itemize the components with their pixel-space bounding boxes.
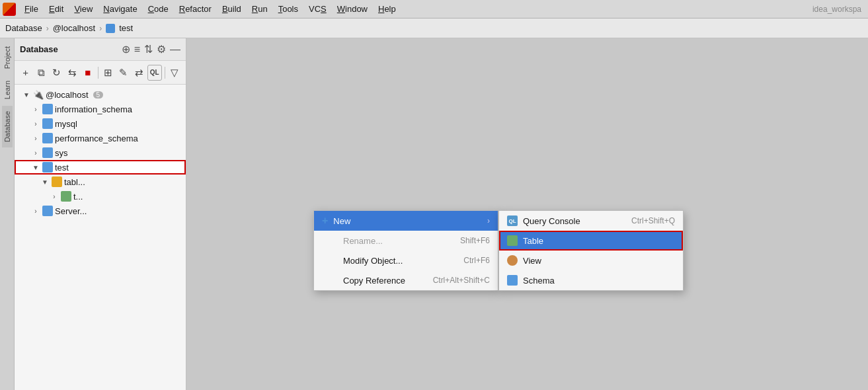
ctx-item-rename[interactable]: Rename... Shift+F6 <box>314 231 498 251</box>
ctx-shortcut-copy-ref: Ctrl+Alt+Shift+C <box>433 276 490 285</box>
tree-schema-icon-info <box>42 104 53 114</box>
ctx-label-new: New <box>333 216 482 226</box>
tree-label-mysql: mysql <box>55 119 77 129</box>
minimize-icon[interactable]: — <box>170 44 180 56</box>
sub-label-query-console: Query Console <box>523 216 626 226</box>
tree-schema-icon-perf <box>42 133 53 143</box>
tb-compare-btn[interactable]: ⇆ <box>65 65 80 81</box>
add-datasource-icon[interactable]: ⊕ <box>122 43 130 56</box>
menu-tools[interactable]: Tools <box>274 3 303 15</box>
sidebar-tab-database[interactable]: Database <box>2 106 13 147</box>
right-area: + New › Rename... Shift+F6 Modify Object… <box>186 38 868 390</box>
tree-item-sys[interactable]: › sys <box>15 145 186 160</box>
ctx-item-new[interactable]: + New › <box>314 211 498 231</box>
breadcrumb-sep-1: › <box>46 24 49 33</box>
breadcrumb-localhost[interactable]: @localhost <box>53 23 96 33</box>
tree-label-localhost: @localhost <box>46 90 89 100</box>
sub-item-query-console[interactable]: QL Query Console Ctrl+Shift+Q <box>499 211 683 231</box>
tree-schema-icon-sys <box>42 147 53 158</box>
breadcrumb-db-icon <box>106 24 115 33</box>
menu-bar: File Edit View Navigate Code Refactor Bu… <box>0 0 868 19</box>
submenu: QL Query Console Ctrl+Shift+Q Table View… <box>498 210 684 291</box>
tree-conn-icon: 🔌 <box>33 90 44 100</box>
panel-title: Database <box>20 44 58 54</box>
tree-schema-icon-test <box>42 162 53 173</box>
ctx-shortcut-rename: Shift+F6 <box>460 236 490 245</box>
tree-item-information-schema[interactable]: › information_schema <box>15 102 186 116</box>
menu-help[interactable]: Help <box>374 3 401 15</box>
tb-divider-1 <box>98 67 99 79</box>
side-tabs: Project Learn Database <box>0 38 15 390</box>
ctx-arrow-new: › <box>487 216 490 225</box>
tree-arrow-perf: › <box>31 135 40 142</box>
tree-label-test: test <box>55 163 69 173</box>
menu-navigate[interactable]: Navigate <box>99 3 141 15</box>
tree-item-server[interactable]: › Server... <box>15 204 186 218</box>
context-menu: + New › Rename... Shift+F6 Modify Object… <box>313 210 498 291</box>
tree-item-localhost[interactable]: ▼ 🔌 @localhost 5 <box>15 87 186 102</box>
tree-arrow-info: › <box>31 106 40 113</box>
tree-folder-icon-tables <box>52 176 62 187</box>
tb-filter-btn[interactable]: ▽ <box>167 65 182 81</box>
group-icon[interactable]: ≡ <box>134 44 140 56</box>
tb-edit-btn[interactable]: ✎ <box>116 65 131 81</box>
tree-arrow-sys: › <box>31 149 40 157</box>
tree-item-mysql[interactable]: › mysql <box>15 116 186 131</box>
tree-arrow-table-t: › <box>50 193 59 200</box>
sub-icon-view <box>507 255 518 266</box>
panel-header-icons: ⊕ ≡ ⇅ ⚙ — <box>122 43 180 56</box>
tree-label-server: Server... <box>55 206 87 216</box>
menu-build[interactable]: Build <box>217 3 246 15</box>
toolbar: + ⧉ ↻ ⇆ ■ ⊞ ✎ ⇄ QL ▽ <box>15 61 186 85</box>
tree-arrow-localhost: ▼ <box>22 91 31 98</box>
tb-refresh-btn[interactable]: ↻ <box>50 65 64 81</box>
tb-jump-btn[interactable]: ⇄ <box>132 65 146 81</box>
menu-refactor[interactable]: Refactor <box>175 3 216 15</box>
ctx-item-copy-ref[interactable]: Copy Reference Ctrl+Alt+Shift+C <box>314 270 498 290</box>
sub-shortcut-query-console: Ctrl+Shift+Q <box>631 216 675 225</box>
sub-icon-ql: QL <box>507 215 518 226</box>
tree-db-icon-server <box>42 206 53 216</box>
tree-item-performance-schema[interactable]: › performance_schema <box>15 131 186 145</box>
menu-code[interactable]: Code <box>143 3 173 15</box>
tree-item-tables[interactable]: ▼ tabl... <box>15 175 186 189</box>
menu-edit[interactable]: Edit <box>44 3 68 15</box>
tree-arrow-test: ▼ <box>31 164 40 171</box>
tree-item-test[interactable]: ▼ test <box>15 160 186 175</box>
settings-icon[interactable]: ⚙ <box>157 43 166 56</box>
menu-window[interactable]: Window <box>333 3 372 15</box>
tree-label-tables: tabl... <box>64 177 85 187</box>
ctx-label-copy-ref: Copy Reference <box>343 276 428 286</box>
menu-run[interactable]: Run <box>247 3 272 15</box>
tree-badge-localhost: 5 <box>93 91 104 98</box>
sub-item-view[interactable]: View <box>499 251 683 270</box>
menu-view[interactable]: View <box>69 3 97 15</box>
sub-label-view: View <box>523 256 670 266</box>
tb-add-btn[interactable]: + <box>19 65 33 81</box>
sort-icon[interactable]: ⇅ <box>144 43 153 56</box>
sidebar-tab-learn[interactable]: Learn <box>2 75 13 104</box>
breadcrumb-sep-2: › <box>99 24 102 33</box>
tb-table-btn[interactable]: ⊞ <box>100 65 115 81</box>
tb-stop-btn[interactable]: ■ <box>81 65 95 81</box>
tb-ql-btn[interactable]: QL <box>147 65 162 81</box>
ctx-plus-icon: + <box>322 215 328 227</box>
ctx-label-rename: Rename... <box>343 236 455 246</box>
menu-file[interactable]: File <box>20 3 43 15</box>
tree-item-table-t[interactable]: › t... <box>15 189 186 204</box>
database-panel: Database ⊕ ≡ ⇅ ⚙ — + ⧉ ↻ ⇆ ■ ⊞ ✎ ⇄ QL ▽ <box>15 38 186 390</box>
app-logo <box>3 3 16 16</box>
breadcrumb-test[interactable]: test <box>119 23 133 33</box>
sub-label-table: Table <box>523 236 670 246</box>
sub-item-table[interactable]: Table <box>499 231 683 251</box>
ctx-shortcut-modify: Ctrl+F6 <box>463 256 490 265</box>
sidebar-tab-project[interactable]: Project <box>2 41 13 74</box>
tb-copy-btn[interactable]: ⧉ <box>34 65 49 81</box>
menu-vcs[interactable]: VCS <box>304 3 331 15</box>
breadcrumb-database[interactable]: Database <box>5 23 42 33</box>
sub-icon-schema <box>507 275 518 286</box>
ctx-label-modify: Modify Object... <box>343 256 458 266</box>
ctx-item-modify[interactable]: Modify Object... Ctrl+F6 <box>314 251 498 270</box>
sub-item-schema[interactable]: Schema <box>499 270 683 290</box>
sub-label-schema: Schema <box>523 276 670 286</box>
